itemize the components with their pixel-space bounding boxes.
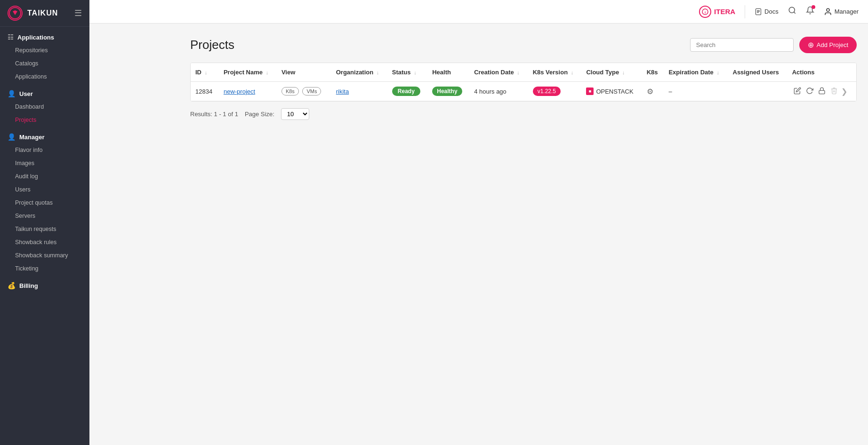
col-actions: Actions bbox=[788, 63, 856, 82]
view-vms-badge[interactable]: VMs bbox=[302, 87, 321, 95]
notification-dot bbox=[812, 5, 815, 9]
cell-health: Healthy bbox=[427, 82, 469, 101]
delete-icon[interactable] bbox=[830, 87, 838, 96]
sidebar-item-audit-log[interactable]: Audit log bbox=[0, 170, 89, 183]
refresh-icon[interactable] bbox=[806, 87, 813, 96]
expand-row-icon[interactable]: ❯ bbox=[841, 87, 847, 96]
topbar-divider-1 bbox=[745, 5, 745, 18]
sort-id-icon[interactable]: ↓ bbox=[205, 70, 208, 75]
pagination: Results: 1 - 1 of 1 Page Size: 10 25 50 … bbox=[190, 108, 857, 120]
user-menu[interactable]: Manager bbox=[824, 8, 859, 16]
lock-icon[interactable] bbox=[818, 87, 826, 96]
cell-k8s-version: v1.22.5 bbox=[528, 82, 582, 101]
k8s-version-badge: v1.22.5 bbox=[533, 87, 561, 96]
openstack-icon: ■ bbox=[586, 87, 594, 95]
table-header-row: ID ↓ Project Name ↓ View Organization ↓ bbox=[191, 63, 856, 82]
sidebar-section-manager[interactable]: 👤 Manager bbox=[0, 127, 89, 143]
svg-text:i: i bbox=[705, 10, 706, 15]
svg-point-4 bbox=[827, 8, 829, 11]
sidebar-item-ticketing[interactable]: Ticketing bbox=[0, 262, 89, 275]
sidebar-item-project-quotas[interactable]: Project quotas bbox=[0, 196, 89, 209]
projects-table-container: ID ↓ Project Name ↓ View Organization ↓ bbox=[190, 63, 857, 102]
sidebar-item-showback-rules[interactable]: Showback rules bbox=[0, 236, 89, 249]
itera-logo: i ITERA bbox=[699, 6, 735, 18]
sort-org-icon[interactable]: ↓ bbox=[377, 70, 379, 75]
table-row: 12834 new-project K8s VMs rikita Ready bbox=[191, 82, 856, 101]
col-status: Status ↓ bbox=[387, 63, 427, 82]
sort-status-icon[interactable]: ↓ bbox=[414, 70, 417, 75]
col-creation-date: Creation Date ↓ bbox=[469, 63, 528, 82]
page-header: Projects ⊕ Add Project bbox=[190, 37, 857, 53]
sort-cloud-icon[interactable]: ↓ bbox=[622, 70, 625, 75]
k8s-settings-icon[interactable]: ⚙ bbox=[647, 87, 653, 95]
edit-icon[interactable] bbox=[794, 87, 801, 96]
logo-area: TAIKUN ☰ bbox=[0, 0, 89, 27]
itera-circle-icon: i bbox=[699, 6, 711, 18]
cell-assigned-users bbox=[728, 82, 788, 101]
sidebar-section-applications[interactable]: ☷ Applications bbox=[0, 27, 89, 44]
col-health: Health bbox=[427, 63, 469, 82]
hamburger-icon[interactable]: ☰ bbox=[74, 8, 82, 18]
sidebar-item-images[interactable]: Images bbox=[0, 157, 89, 170]
sidebar-item-users[interactable]: Users bbox=[0, 183, 89, 196]
col-assigned-users: Assigned Users bbox=[728, 63, 788, 82]
status-badge: Ready bbox=[392, 87, 420, 96]
col-cloud-type: Cloud Type ↓ bbox=[581, 63, 642, 82]
sidebar-item-projects[interactable]: Projects bbox=[0, 113, 89, 127]
cell-actions: ❯ bbox=[788, 82, 856, 101]
billing-icon: 💰 bbox=[8, 282, 16, 289]
sort-date-icon[interactable]: ↓ bbox=[517, 70, 520, 75]
cell-organization: rikita bbox=[331, 82, 387, 101]
cell-project-name: new-project bbox=[219, 82, 277, 101]
search-icon[interactable] bbox=[788, 6, 796, 17]
cell-expiration-date: – bbox=[664, 82, 728, 101]
sort-k8s-version-icon[interactable]: ↓ bbox=[571, 70, 574, 75]
results-label: Results: 1 - 1 of 1 bbox=[190, 111, 238, 118]
col-project-name: Project Name ↓ bbox=[219, 63, 277, 82]
cell-id: 12834 bbox=[191, 82, 219, 101]
col-expiration-date: Expiration Date ↓ bbox=[664, 63, 728, 82]
page-size-label: Page Size: bbox=[245, 111, 274, 118]
sidebar-item-showback-summary[interactable]: Showback summary bbox=[0, 249, 89, 262]
col-organization: Organization ↓ bbox=[331, 63, 387, 82]
cloud-type-label: OPENSTACK bbox=[596, 88, 633, 95]
search-input[interactable] bbox=[690, 38, 794, 52]
sidebar-item-dashboard[interactable]: Dashboard bbox=[0, 100, 89, 113]
page-size-select[interactable]: 10 25 50 100 bbox=[281, 108, 309, 120]
project-name-link[interactable]: new-project bbox=[224, 88, 255, 95]
itera-label: ITERA bbox=[714, 8, 735, 16]
sidebar-section-user[interactable]: 👤 User bbox=[0, 83, 89, 100]
cell-view: K8s VMs bbox=[277, 82, 331, 101]
projects-table: ID ↓ Project Name ↓ View Organization ↓ bbox=[191, 63, 856, 101]
docs-link[interactable]: Docs bbox=[755, 8, 779, 16]
cell-status: Ready bbox=[387, 82, 427, 101]
user-icon: 👤 bbox=[8, 90, 16, 97]
sidebar-item-servers[interactable]: Servers bbox=[0, 209, 89, 222]
svg-point-3 bbox=[789, 7, 795, 13]
main-content: Projects ⊕ Add Project ID ↓ Project Name… bbox=[179, 24, 868, 445]
add-project-button[interactable]: ⊕ Add Project bbox=[799, 37, 857, 53]
add-icon: ⊕ bbox=[808, 40, 814, 49]
logo-text: TAIKUN bbox=[27, 9, 58, 17]
sidebar-section-billing[interactable]: 💰 Billing bbox=[0, 275, 89, 292]
page-title: Projects bbox=[190, 38, 234, 52]
notification-icon[interactable] bbox=[806, 6, 814, 17]
topbar: i ITERA Docs Manager bbox=[89, 0, 868, 24]
col-k8s-version: K8s Version ↓ bbox=[528, 63, 582, 82]
sidebar-item-taikun-requests[interactable]: Taikun requests bbox=[0, 222, 89, 236]
sidebar-item-flavor-info[interactable]: Flavor info bbox=[0, 143, 89, 157]
header-actions: ⊕ Add Project bbox=[690, 37, 857, 53]
manager-icon: 👤 bbox=[8, 133, 16, 141]
view-k8s-badge[interactable]: K8s bbox=[281, 87, 299, 95]
cell-k8s: ⚙ bbox=[642, 82, 664, 101]
sidebar-item-repositories[interactable]: Repositories bbox=[0, 44, 89, 57]
sidebar-item-applications[interactable]: Applications bbox=[0, 70, 89, 83]
sidebar-item-catalogs[interactable]: Catalogs bbox=[0, 57, 89, 70]
sort-name-icon[interactable]: ↓ bbox=[266, 70, 269, 75]
org-link[interactable]: rikita bbox=[336, 88, 349, 95]
col-k8s: K8s bbox=[642, 63, 664, 82]
cell-creation-date: 4 hours ago bbox=[469, 82, 528, 101]
col-view: View bbox=[277, 63, 331, 82]
sort-exp-icon[interactable]: ↓ bbox=[716, 70, 719, 75]
sidebar: TAIKUN ☰ ☷ Applications Repositories Cat… bbox=[0, 0, 89, 445]
